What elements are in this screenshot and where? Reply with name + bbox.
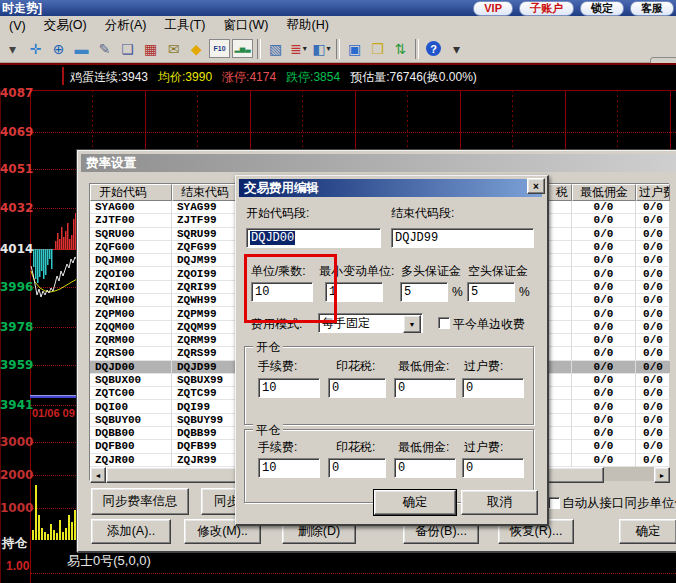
grid-line — [145, 90, 146, 150]
list-icon[interactable]: ≣▾ — [288, 38, 309, 59]
start-code-input[interactable]: DQJD00 — [246, 228, 381, 248]
menu-item-帮助(H)[interactable]: 帮助(H) — [278, 16, 338, 35]
menu-item-分析(A)[interactable]: 分析(A) — [96, 16, 156, 35]
axis-tick-3941: 3941 — [0, 398, 28, 412]
ok-button[interactable]: 确定 — [374, 490, 456, 515]
cell-start-code: SYAG00 — [90, 201, 172, 214]
cell-min-commission: 0/0 — [572, 427, 636, 440]
axis-tick-2000: 2000 — [0, 468, 28, 482]
cell-start-code: DQFB00 — [90, 440, 172, 453]
cell-start-code: SQRU00 — [90, 228, 172, 241]
cell-transfer-fee: 0/0 — [636, 440, 670, 453]
send-report-icon[interactable]: ✉ — [163, 38, 184, 59]
close-mincomm-label: 最低佣金: — [398, 439, 449, 456]
cell-transfer-fee: 0/0 — [636, 228, 670, 241]
menu-item-窗口(W)[interactable]: 窗口(W) — [214, 16, 277, 35]
cell-start-code: ZQRS00 — [90, 347, 172, 360]
cell-min-commission: 0/0 — [572, 294, 636, 307]
chevron-down-icon[interactable]: ▼ — [403, 315, 421, 333]
menu-item-(V)[interactable]: (V) — [0, 18, 35, 34]
open-group-title: 开仓 — [253, 339, 283, 356]
cell-start-code: SQBUY00 — [90, 414, 172, 427]
partial-dropdown-icon[interactable]: ▾ — [2, 38, 23, 59]
fee-edit-dialog: 交易费用编辑 × 开始代码段: 结束代码段: DQJD00 DQJD99 单位/… — [235, 175, 549, 526]
position-pane-label: 持仓 — [2, 535, 27, 552]
open-position-group: 开仓 手续费: 印花税: 最低佣金: 过户费: 10 0 0 0 — [244, 346, 534, 425]
help-icon[interactable]: ? — [423, 38, 444, 59]
fee-dialog-titlebar[interactable]: 交易费用编辑 — [239, 179, 542, 197]
layout-icon[interactable]: ◧▾ — [311, 38, 332, 59]
toolbar-overflow-icon[interactable]: ▾ — [446, 38, 467, 59]
cell-start-code: ZQQM00 — [90, 321, 172, 334]
chart-window-icon[interactable]: ▧ — [265, 38, 286, 59]
zoom-in-icon[interactable]: ⊕ — [48, 38, 69, 59]
axis-tick-4051: 4051 — [0, 162, 28, 176]
long-margin-input[interactable]: 5 — [400, 282, 448, 302]
rate-dialog-titlebar[interactable]: 费率设置 — [81, 154, 676, 172]
cancel-button[interactable]: 取消 — [461, 490, 538, 515]
open-transfer-input[interactable]: 0 — [462, 378, 524, 398]
end-code-input[interactable]: DQJD99 — [391, 228, 534, 248]
titlebar-button-子账户[interactable]: 子账户 — [519, 1, 574, 16]
open-transfer-label: 过户费: — [464, 358, 503, 375]
sync-rate-info-button[interactable]: 同步费率信息 — [91, 488, 189, 515]
cell-min-commission: 0/0 — [572, 440, 636, 453]
close-mincomm-input[interactable]: 0 — [394, 458, 456, 478]
auto-sync-checkbox[interactable] — [548, 497, 560, 509]
short-margin-input[interactable]: 5 — [467, 282, 515, 302]
open-mincomm-input[interactable]: 0 — [394, 378, 456, 398]
grid-line — [250, 90, 251, 150]
pane-splitter[interactable] — [30, 395, 78, 398]
menu-item-交易(O)[interactable]: 交易(O) — [35, 16, 96, 35]
cell-start-code: DQJD00 — [90, 361, 172, 374]
titlebar-button-锁定[interactable]: 锁定 — [580, 1, 624, 16]
quote-鸡蛋连续: 鸡蛋连续:3943 — [70, 69, 148, 86]
column-header-min-commission[interactable]: 最低佣金 — [572, 184, 636, 201]
monitor-icon[interactable]: ▣ — [344, 38, 365, 59]
grid-line — [460, 90, 461, 150]
column-header-start-code[interactable]: 开始代码 — [90, 184, 172, 201]
chevron-down-icon[interactable]: ▾ — [327, 44, 331, 53]
pan-icon[interactable]: ✛ — [25, 38, 46, 59]
warning-icon[interactable]: ◆ — [186, 38, 207, 59]
close-tax-input[interactable]: 0 — [328, 458, 386, 478]
mark-chart-icon[interactable]: ▦ — [140, 38, 161, 59]
confirm-button[interactable]: 确定 — [619, 519, 676, 544]
titlebar-button-VIP[interactable]: VIP — [473, 1, 513, 16]
scroll-left-icon[interactable]: ◄ — [90, 467, 106, 483]
ruler-icon[interactable]: ▬ — [71, 38, 92, 59]
chevron-down-icon[interactable]: ▾ — [303, 44, 307, 53]
axis-tick-4014: 4014 — [0, 242, 28, 256]
open-tax-label: 印花税: — [336, 358, 375, 375]
axis-tick-3978: 3978 — [0, 320, 28, 334]
close-transfer-input[interactable]: 0 — [462, 458, 524, 478]
add-button[interactable]: 添加(A).. — [91, 519, 171, 544]
scroll-right-icon[interactable]: ► — [654, 467, 670, 483]
selected-text: DQJD00 — [250, 231, 295, 245]
f10-info-icon[interactable]: F10 — [209, 39, 230, 58]
cell-start-code: ZQWH00 — [90, 294, 172, 307]
single-side-checkbox-label: 平今单边收费 — [453, 316, 525, 333]
titlebar-button-客服[interactable]: 客服 — [630, 1, 674, 16]
close-icon[interactable]: × — [527, 178, 545, 194]
layers-icon[interactable]: ❏ — [117, 38, 138, 59]
menu-item-工具(T)[interactable]: 工具(T) — [155, 16, 214, 35]
close-fee-input[interactable]: 10 — [258, 458, 320, 478]
notes-icon[interactable]: ❒ — [367, 38, 388, 59]
open-fee-input[interactable]: 10 — [258, 378, 320, 398]
axis-tick-3959: 3959 — [0, 358, 28, 372]
annotate-icon[interactable]: ✎ — [94, 38, 115, 59]
cell-transfer-fee: 0/0 — [636, 281, 670, 294]
transfer-fee-header-text: 过户费 — [639, 184, 670, 201]
single-side-checkbox[interactable] — [438, 317, 450, 329]
column-header-transfer-fee[interactable]: 过户费▲ — [636, 184, 670, 201]
open-tax-input[interactable]: 0 — [328, 378, 386, 398]
cell-min-commission: 0/0 — [572, 307, 636, 320]
transfer-icon[interactable]: ⇅ — [390, 38, 411, 59]
help-icon-glyph: ? — [426, 41, 441, 56]
kline-chart-icon[interactable]: ▂▅▃ — [232, 39, 253, 58]
cell-start-code: SQBUX00 — [90, 374, 172, 387]
cell-transfer-fee: 0/0 — [636, 321, 670, 334]
quote-separator — [0, 63, 676, 65]
short-margin-label: 空头保证金 — [468, 263, 528, 280]
